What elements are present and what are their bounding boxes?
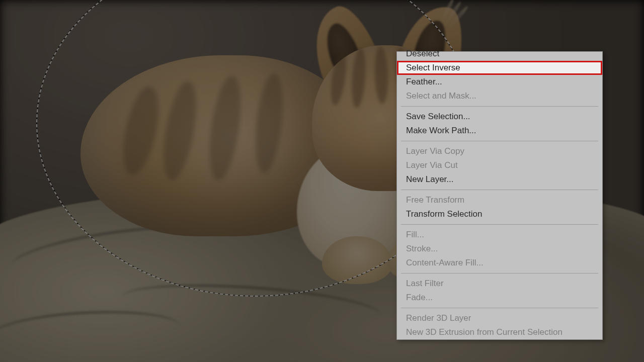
menu-item-fade: Fade... [397,291,602,305]
menu-item-new-layer[interactable]: New Layer... [397,172,602,187]
menu-item-last-filter: Last Filter [397,277,602,291]
menu-item-save-selection[interactable]: Save Selection... [397,110,602,124]
menu-separator [401,106,598,107]
menu-separator [401,190,598,190]
menu-item-layer-via-copy: Layer Via Copy [397,144,602,158]
menu-item-transform-selection[interactable]: Transform Selection [397,207,602,221]
menu-item-make-work-path[interactable]: Make Work Path... [397,124,602,138]
menu-separator [401,308,598,308]
menu-item-render-3d-layer: Render 3D Layer [397,311,602,325]
menu-item-free-transform: Free Transform [397,193,602,207]
menu-separator [401,224,598,225]
menu-item-content-aware-fill: Content-Aware Fill... [397,256,602,270]
context-menu[interactable]: DeselectSelect InverseFeather...Select a… [396,51,603,340]
menu-separator [401,273,598,274]
menu-item-select-inverse[interactable]: Select Inverse [397,61,602,75]
menu-item-stroke: Stroke... [397,242,602,256]
menu-item-select-and-mask: Select and Mask... [397,89,602,103]
menu-item-feather[interactable]: Feather... [397,75,602,89]
menu-item-fill: Fill... [397,228,602,242]
menu-item-layer-via-cut: Layer Via Cut [397,158,602,172]
menu-item-new-3d-extrusion: New 3D Extrusion from Current Selection [397,325,602,339]
menu-item-deselect[interactable]: Deselect [397,47,602,61]
menu-separator [401,141,598,141]
